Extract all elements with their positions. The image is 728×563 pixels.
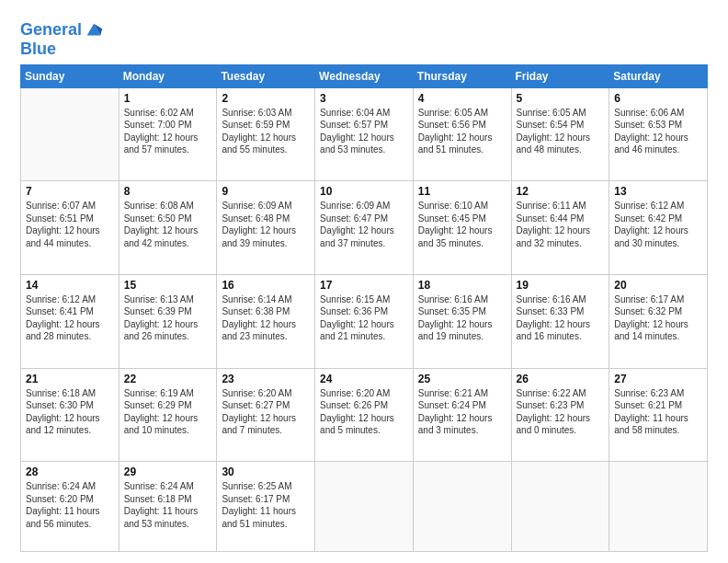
day-number: 25: [418, 373, 506, 385]
calendar-cell: 29Sunrise: 6:24 AM Sunset: 6:18 PM Dayli…: [119, 462, 217, 552]
day-number: 12: [517, 185, 605, 198]
day-number: 28: [26, 465, 114, 478]
weekday-header-thursday: Thursday: [413, 64, 511, 87]
logo-text: General: [20, 21, 82, 40]
calendar-cell: 12Sunrise: 6:11 AM Sunset: 6:44 PM Dayli…: [511, 181, 609, 275]
day-info: Sunrise: 6:19 AM Sunset: 6:29 PM Dayligh…: [124, 387, 212, 437]
day-info: Sunrise: 6:03 AM Sunset: 6:59 PM Dayligh…: [222, 107, 310, 156]
day-number: 24: [320, 373, 408, 385]
calendar-cell: 19Sunrise: 6:16 AM Sunset: 6:33 PM Dayli…: [511, 274, 609, 368]
calendar-cell: 28Sunrise: 6:24 AM Sunset: 6:20 PM Dayli…: [21, 462, 119, 552]
weekday-header-friday: Friday: [511, 64, 609, 87]
calendar-cell: 23Sunrise: 6:20 AM Sunset: 6:27 PM Dayli…: [217, 368, 315, 462]
calendar-cell: 15Sunrise: 6:13 AM Sunset: 6:39 PM Dayli…: [119, 274, 217, 368]
calendar-cell: 26Sunrise: 6:22 AM Sunset: 6:23 PM Dayli…: [511, 368, 609, 462]
day-info: Sunrise: 6:08 AM Sunset: 6:50 PM Dayligh…: [124, 200, 212, 249]
calendar-cell: 13Sunrise: 6:12 AM Sunset: 6:42 PM Dayli…: [609, 181, 708, 275]
day-number: 9: [222, 185, 310, 198]
day-number: 16: [222, 279, 310, 292]
day-number: 15: [124, 279, 212, 292]
logo: General Blue: [20, 20, 104, 59]
day-info: Sunrise: 6:14 AM Sunset: 6:38 PM Dayligh…: [222, 293, 310, 343]
day-info: Sunrise: 6:16 AM Sunset: 6:33 PM Dayligh…: [517, 293, 605, 343]
day-number: 1: [124, 92, 212, 105]
calendar-cell: 6Sunrise: 6:06 AM Sunset: 6:53 PM Daylig…: [609, 87, 708, 181]
day-info: Sunrise: 6:06 AM Sunset: 6:53 PM Dayligh…: [614, 107, 702, 156]
calendar-cell: 9Sunrise: 6:09 AM Sunset: 6:48 PM Daylig…: [217, 181, 315, 275]
day-number: 11: [418, 185, 506, 198]
weekday-header-wednesday: Wednesday: [315, 64, 414, 87]
day-info: Sunrise: 6:13 AM Sunset: 6:39 PM Dayligh…: [124, 293, 212, 343]
day-number: 30: [222, 465, 310, 478]
day-info: Sunrise: 6:07 AM Sunset: 6:51 PM Dayligh…: [26, 200, 114, 249]
calendar-cell: 10Sunrise: 6:09 AM Sunset: 6:47 PM Dayli…: [315, 181, 414, 275]
calendar-cell: 3Sunrise: 6:04 AM Sunset: 6:57 PM Daylig…: [315, 87, 414, 181]
day-number: 22: [124, 373, 212, 385]
day-info: Sunrise: 6:05 AM Sunset: 6:54 PM Dayligh…: [517, 107, 605, 156]
weekday-header-tuesday: Tuesday: [217, 64, 315, 87]
day-info: Sunrise: 6:20 AM Sunset: 6:26 PM Dayligh…: [320, 387, 408, 437]
day-number: 18: [418, 279, 506, 292]
calendar-cell: 24Sunrise: 6:20 AM Sunset: 6:26 PM Dayli…: [315, 368, 414, 462]
day-number: 5: [517, 92, 605, 105]
weekday-header-monday: Monday: [119, 64, 217, 87]
day-info: Sunrise: 6:11 AM Sunset: 6:44 PM Dayligh…: [517, 200, 605, 249]
calendar-cell: 2Sunrise: 6:03 AM Sunset: 6:59 PM Daylig…: [217, 87, 315, 181]
calendar-cell: [21, 87, 119, 181]
calendar-cell: 16Sunrise: 6:14 AM Sunset: 6:38 PM Dayli…: [217, 274, 315, 368]
day-info: Sunrise: 6:22 AM Sunset: 6:23 PM Dayligh…: [517, 387, 605, 437]
calendar-cell: 20Sunrise: 6:17 AM Sunset: 6:32 PM Dayli…: [609, 274, 708, 368]
calendar-cell: 7Sunrise: 6:07 AM Sunset: 6:51 PM Daylig…: [21, 181, 119, 275]
page-header: General Blue: [20, 17, 708, 59]
calendar-cell: 8Sunrise: 6:08 AM Sunset: 6:50 PM Daylig…: [119, 181, 217, 275]
day-info: Sunrise: 6:24 AM Sunset: 6:18 PM Dayligh…: [124, 480, 212, 530]
day-info: Sunrise: 6:04 AM Sunset: 6:57 PM Dayligh…: [320, 107, 408, 156]
day-number: 19: [517, 279, 605, 292]
calendar-cell: 5Sunrise: 6:05 AM Sunset: 6:54 PM Daylig…: [511, 87, 609, 181]
day-info: Sunrise: 6:02 AM Sunset: 7:00 PM Dayligh…: [124, 107, 212, 156]
day-info: Sunrise: 6:21 AM Sunset: 6:24 PM Dayligh…: [418, 387, 506, 437]
day-number: 4: [418, 92, 506, 105]
calendar-table: SundayMondayTuesdayWednesdayThursdayFrid…: [20, 64, 708, 552]
day-number: 13: [614, 185, 702, 198]
calendar-cell: 21Sunrise: 6:18 AM Sunset: 6:30 PM Dayli…: [21, 368, 119, 462]
calendar-cell: [511, 462, 609, 552]
day-info: Sunrise: 6:18 AM Sunset: 6:30 PM Dayligh…: [26, 387, 114, 437]
day-number: 10: [320, 185, 408, 198]
day-info: Sunrise: 6:24 AM Sunset: 6:20 PM Dayligh…: [26, 480, 114, 530]
day-number: 23: [222, 373, 310, 385]
day-number: 17: [320, 279, 408, 292]
day-number: 8: [124, 185, 212, 198]
day-info: Sunrise: 6:12 AM Sunset: 6:41 PM Dayligh…: [26, 293, 114, 343]
day-number: 26: [517, 373, 605, 385]
day-info: Sunrise: 6:20 AM Sunset: 6:27 PM Dayligh…: [222, 387, 310, 437]
calendar-week-3: 14Sunrise: 6:12 AM Sunset: 6:41 PM Dayli…: [21, 274, 708, 368]
calendar-week-5: 28Sunrise: 6:24 AM Sunset: 6:20 PM Dayli…: [21, 462, 708, 552]
day-number: 7: [26, 185, 114, 198]
calendar-cell: [315, 462, 414, 552]
calendar-cell: 17Sunrise: 6:15 AM Sunset: 6:36 PM Dayli…: [315, 274, 414, 368]
calendar-week-4: 21Sunrise: 6:18 AM Sunset: 6:30 PM Dayli…: [21, 368, 708, 462]
calendar-cell: [609, 462, 708, 552]
day-number: 2: [222, 92, 310, 105]
day-info: Sunrise: 6:15 AM Sunset: 6:36 PM Dayligh…: [320, 293, 408, 343]
day-info: Sunrise: 6:09 AM Sunset: 6:47 PM Dayligh…: [320, 200, 408, 249]
calendar-cell: 1Sunrise: 6:02 AM Sunset: 7:00 PM Daylig…: [119, 87, 217, 181]
day-number: 21: [26, 373, 114, 385]
calendar-week-2: 7Sunrise: 6:07 AM Sunset: 6:51 PM Daylig…: [21, 181, 708, 275]
calendar-cell: 22Sunrise: 6:19 AM Sunset: 6:29 PM Dayli…: [119, 368, 217, 462]
day-info: Sunrise: 6:25 AM Sunset: 6:17 PM Dayligh…: [222, 480, 310, 530]
calendar-cell: 30Sunrise: 6:25 AM Sunset: 6:17 PM Dayli…: [217, 462, 315, 552]
weekday-header-saturday: Saturday: [609, 64, 708, 87]
calendar-week-1: 1Sunrise: 6:02 AM Sunset: 7:00 PM Daylig…: [21, 87, 708, 181]
day-number: 20: [614, 279, 702, 292]
calendar-cell: 25Sunrise: 6:21 AM Sunset: 6:24 PM Dayli…: [413, 368, 511, 462]
day-number: 14: [26, 279, 114, 292]
calendar-cell: [413, 462, 511, 552]
day-info: Sunrise: 6:10 AM Sunset: 6:45 PM Dayligh…: [418, 200, 506, 249]
calendar-header-row: SundayMondayTuesdayWednesdayThursdayFrid…: [21, 64, 708, 87]
day-number: 27: [614, 373, 702, 385]
day-number: 6: [614, 92, 702, 105]
day-info: Sunrise: 6:09 AM Sunset: 6:48 PM Dayligh…: [222, 200, 310, 249]
day-info: Sunrise: 6:16 AM Sunset: 6:35 PM Dayligh…: [418, 293, 506, 343]
